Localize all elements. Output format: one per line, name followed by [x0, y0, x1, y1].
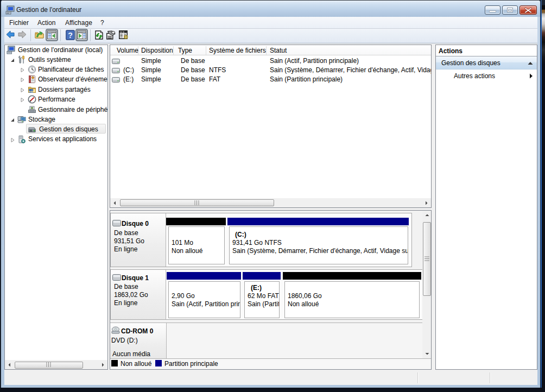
svg-text:?: ? [68, 31, 73, 40]
